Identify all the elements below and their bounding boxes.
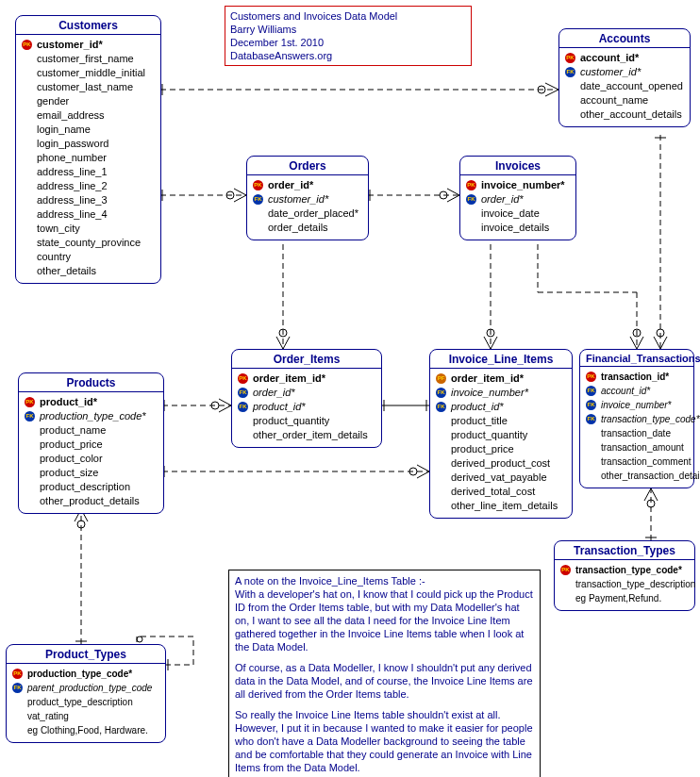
blank-icon xyxy=(565,108,578,121)
attribute-label: transaction_amount xyxy=(601,440,684,455)
attribute-label: product_name xyxy=(40,423,106,438)
attribute-label: transaction_date xyxy=(601,426,671,440)
blank-icon xyxy=(25,481,38,493)
attribute-label: account_name xyxy=(580,93,648,107)
blank-icon xyxy=(238,415,251,427)
svg-point-43 xyxy=(647,500,655,507)
svg-point-2 xyxy=(538,86,545,93)
pk-key-icon xyxy=(12,668,25,680)
attribute-row: invoice_number* xyxy=(466,178,570,192)
attribute-label: address_line_4 xyxy=(37,207,108,222)
blank-icon xyxy=(586,455,599,468)
attribute-label: state_county_province xyxy=(37,236,141,250)
note-box: A note on the Invoice_Line_Items Table :… xyxy=(228,570,541,777)
attribute-label: town_city xyxy=(37,222,80,236)
attribute-row: invoice_date xyxy=(466,207,570,221)
note-p4: So really the Invoice Line Items table s… xyxy=(235,708,534,774)
blank-icon xyxy=(22,95,35,107)
attribute-label: customer_id* xyxy=(37,38,103,52)
fk-key-icon xyxy=(238,401,251,413)
attribute-label: order_id* xyxy=(481,192,524,207)
blank-icon xyxy=(25,424,38,437)
attribute-row: transaction_comment xyxy=(586,455,688,469)
attribute-label: invoice_details xyxy=(481,221,549,235)
attribute-row: address_line_1 xyxy=(22,165,155,179)
attribute-row: eg Payment,Refund. xyxy=(560,591,689,605)
model-date: December 1st. 2010 xyxy=(230,36,466,49)
attribute-row: other_details xyxy=(22,264,155,278)
attribute-label: other_transaction_details xyxy=(601,469,700,483)
entity-financial-transactions: Financial_Transactions transaction_id*ac… xyxy=(579,349,694,488)
attribute-label: invoice_number* xyxy=(481,178,565,192)
attribute-label: order_id* xyxy=(268,178,313,192)
attribute-row: other_product_details xyxy=(25,494,158,508)
model-site: DatabaseAnswers.org xyxy=(230,49,466,62)
entity-body: invoice_number*order_id*invoice_dateinvo… xyxy=(460,175,575,240)
attribute-label: order_item_id* xyxy=(253,372,325,386)
pk-key-icon xyxy=(22,39,35,51)
attribute-label: customer_id* xyxy=(580,65,641,79)
attribute-row: state_county_province xyxy=(22,236,155,250)
model-title: Customers and Invoices Data Model xyxy=(230,9,466,23)
attribute-label: product_quantity xyxy=(451,428,527,442)
attribute-row: order_item_id* xyxy=(238,372,375,386)
attribute-row: country xyxy=(22,250,155,264)
pk-key-icon xyxy=(586,371,599,383)
blank-icon xyxy=(436,486,449,498)
attribute-label: eg Clothing,Food, Hardware. xyxy=(27,723,148,737)
attribute-label: account_id* xyxy=(601,384,650,398)
attribute-label: other_order_item_details xyxy=(253,428,368,442)
blank-icon xyxy=(22,223,35,235)
blank-icon xyxy=(586,427,599,439)
attribute-row: email_address xyxy=(22,108,155,123)
attribute-label: date_order_placed* xyxy=(268,207,358,221)
entity-invoices: Invoices invoice_number*order_id*invoice… xyxy=(459,156,576,240)
model-author: Barry Williams xyxy=(230,23,466,36)
attribute-row: town_city xyxy=(22,222,155,236)
blank-icon xyxy=(22,180,35,192)
attribute-row: product_price xyxy=(25,438,158,452)
entity-customers: Customers customer_id*customer_first_nam… xyxy=(15,15,161,284)
blank-icon xyxy=(22,124,35,136)
svg-point-8 xyxy=(440,191,447,199)
attribute-row: account_name xyxy=(565,93,684,107)
attribute-row: derived_vat_payable xyxy=(436,471,566,485)
attribute-row: other_order_item_details xyxy=(238,428,375,442)
attribute-label: customer_middle_initial xyxy=(37,66,145,80)
attribute-row: date_account_opened xyxy=(565,79,684,93)
attribute-row: production_type_code* xyxy=(25,409,158,423)
fk-key-icon xyxy=(586,399,599,411)
blank-icon xyxy=(436,471,449,484)
entity-body: production_type_code*parent_production_t… xyxy=(7,664,165,742)
entity-product-types: Product_Types production_type_code*paren… xyxy=(6,644,166,743)
attribute-row: eg Clothing,Food, Hardware. xyxy=(12,723,159,737)
attribute-label: account_id* xyxy=(580,51,639,65)
attribute-row: order_id* xyxy=(238,386,375,400)
attribute-label: eg Payment,Refund. xyxy=(575,591,661,605)
pk-key-icon xyxy=(253,179,266,191)
entity-title: Orders xyxy=(247,157,368,175)
attribute-row: parent_production_type_code xyxy=(12,681,159,695)
entity-transaction-types: Transaction_Types transaction_type_code*… xyxy=(554,540,695,611)
entity-body: order_id*customer_id*date_order_placed*o… xyxy=(247,175,368,240)
blank-icon xyxy=(22,237,35,249)
attribute-row: customer_last_name xyxy=(22,80,155,94)
attribute-label: product_quantity xyxy=(253,414,329,428)
attribute-label: product_id* xyxy=(40,395,97,409)
attribute-label: transaction_type_code* xyxy=(575,563,682,577)
blank-icon xyxy=(22,208,35,221)
svg-point-25 xyxy=(211,402,219,409)
attribute-label: parent_production_type_code xyxy=(27,681,152,695)
blank-icon xyxy=(586,441,599,454)
svg-point-34 xyxy=(77,521,85,528)
blank-icon xyxy=(22,251,35,263)
blank-icon xyxy=(12,710,25,722)
blank-icon xyxy=(25,453,38,465)
note-p1: A note on the Invoice_Line_Items Table :… xyxy=(235,574,534,587)
attribute-row: address_line_3 xyxy=(22,193,155,207)
blank-icon xyxy=(22,81,35,93)
attribute-label: date_account_opened xyxy=(580,79,683,93)
attribute-label: invoice_number* xyxy=(601,398,672,412)
blank-icon xyxy=(22,53,35,65)
fk-key-icon xyxy=(238,387,251,399)
